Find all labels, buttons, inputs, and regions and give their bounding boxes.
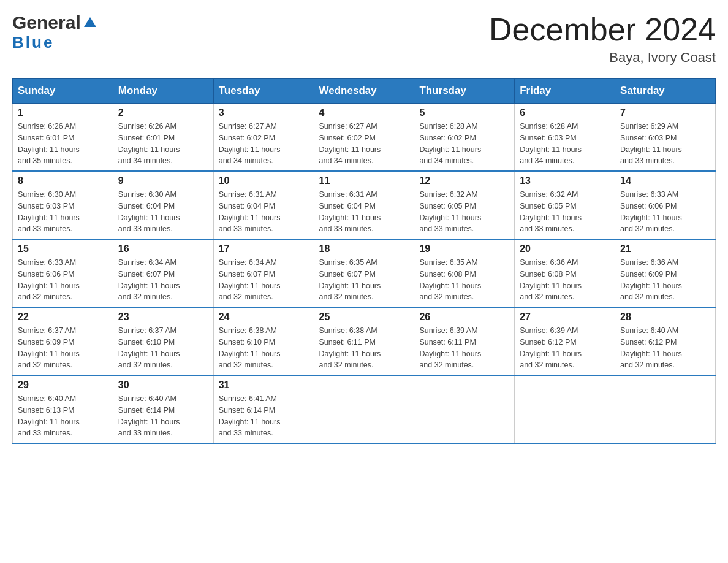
day-info: Sunrise: 6:35 AMSunset: 6:07 PMDaylight:…: [319, 257, 409, 303]
day-number: 1: [18, 107, 108, 118]
day-number: 29: [18, 380, 108, 391]
day-info: Sunrise: 6:26 AMSunset: 6:01 PMDaylight:…: [18, 121, 108, 167]
day-info: Sunrise: 6:35 AMSunset: 6:08 PMDaylight:…: [419, 257, 509, 303]
calendar-cell: 14Sunrise: 6:33 AMSunset: 6:06 PMDayligh…: [615, 171, 716, 239]
calendar-cell: 2Sunrise: 6:26 AMSunset: 6:01 PMDaylight…: [113, 104, 213, 172]
day-info: Sunrise: 6:33 AMSunset: 6:06 PMDaylight:…: [620, 189, 710, 235]
day-number: 5: [419, 107, 509, 118]
calendar-cell: 29Sunrise: 6:40 AMSunset: 6:13 PMDayligh…: [13, 375, 113, 443]
calendar-cell: 24Sunrise: 6:38 AMSunset: 6:10 PMDayligh…: [213, 307, 314, 375]
logo-triangle-icon: [83, 16, 97, 29]
day-info: Sunrise: 6:26 AMSunset: 6:01 PMDaylight:…: [118, 121, 208, 167]
day-number: 9: [118, 175, 208, 186]
day-number: 25: [319, 312, 409, 323]
day-number: 11: [319, 175, 409, 186]
day-info: Sunrise: 6:34 AMSunset: 6:07 PMDaylight:…: [219, 257, 309, 303]
day-number: 4: [319, 107, 409, 118]
month-title: December 2024: [489, 12, 716, 47]
calendar-cell: [615, 375, 716, 443]
calendar-cell: 28Sunrise: 6:40 AMSunset: 6:12 PMDayligh…: [615, 307, 716, 375]
calendar-cell: 17Sunrise: 6:34 AMSunset: 6:07 PMDayligh…: [213, 239, 314, 307]
day-number: 17: [219, 243, 309, 255]
day-info: Sunrise: 6:27 AMSunset: 6:02 PMDaylight:…: [319, 121, 409, 167]
calendar-header: SundayMondayTuesdayWednesdayThursdayFrid…: [13, 79, 716, 104]
day-number: 30: [118, 380, 208, 391]
calendar-cell: 26Sunrise: 6:39 AMSunset: 6:11 PMDayligh…: [414, 307, 515, 375]
day-info: Sunrise: 6:28 AMSunset: 6:02 PMDaylight:…: [419, 121, 509, 167]
header-cell-thursday: Thursday: [414, 79, 515, 104]
day-number: 31: [219, 380, 309, 391]
title-block: December 2024 Baya, Ivory Coast: [489, 12, 716, 66]
calendar-cell: 31Sunrise: 6:41 AMSunset: 6:14 PMDayligh…: [213, 375, 314, 443]
day-number: 26: [419, 312, 509, 323]
day-number: 15: [18, 243, 108, 255]
day-number: 21: [620, 243, 710, 255]
day-number: 16: [118, 243, 208, 255]
day-info: Sunrise: 6:33 AMSunset: 6:06 PMDaylight:…: [18, 257, 108, 303]
calendar-cell: 8Sunrise: 6:30 AMSunset: 6:03 PMDaylight…: [13, 171, 113, 239]
svg-marker-0: [84, 17, 96, 27]
day-info: Sunrise: 6:39 AMSunset: 6:11 PMDaylight:…: [419, 325, 509, 371]
header-cell-monday: Monday: [113, 79, 213, 104]
calendar-table: SundayMondayTuesdayWednesdayThursdayFrid…: [12, 78, 716, 444]
page-header: General Blue December 2024 Baya, Ivory C…: [12, 12, 716, 66]
week-row-1: 1Sunrise: 6:26 AMSunset: 6:01 PMDaylight…: [13, 104, 716, 172]
day-number: 24: [219, 312, 309, 323]
calendar-cell: 23Sunrise: 6:37 AMSunset: 6:10 PMDayligh…: [113, 307, 213, 375]
calendar-cell: 1Sunrise: 6:26 AMSunset: 6:01 PMDaylight…: [13, 104, 113, 172]
day-number: 23: [118, 312, 208, 323]
location-title: Baya, Ivory Coast: [489, 50, 716, 66]
calendar-cell: 13Sunrise: 6:32 AMSunset: 6:05 PMDayligh…: [515, 171, 615, 239]
header-cell-wednesday: Wednesday: [314, 79, 414, 104]
day-number: 22: [18, 312, 108, 323]
day-info: Sunrise: 6:32 AMSunset: 6:05 PMDaylight:…: [520, 189, 610, 235]
day-info: Sunrise: 6:30 AMSunset: 6:03 PMDaylight:…: [18, 189, 108, 235]
day-info: Sunrise: 6:32 AMSunset: 6:05 PMDaylight:…: [419, 189, 509, 235]
calendar-cell: 30Sunrise: 6:40 AMSunset: 6:14 PMDayligh…: [113, 375, 213, 443]
day-info: Sunrise: 6:40 AMSunset: 6:13 PMDaylight:…: [18, 393, 108, 439]
calendar-cell: 19Sunrise: 6:35 AMSunset: 6:08 PMDayligh…: [414, 239, 515, 307]
day-info: Sunrise: 6:36 AMSunset: 6:09 PMDaylight:…: [620, 257, 710, 303]
day-number: 14: [620, 175, 710, 186]
header-cell-sunday: Sunday: [13, 79, 113, 104]
calendar-cell: 4Sunrise: 6:27 AMSunset: 6:02 PMDaylight…: [314, 104, 414, 172]
week-row-2: 8Sunrise: 6:30 AMSunset: 6:03 PMDaylight…: [13, 171, 716, 239]
calendar-body: 1Sunrise: 6:26 AMSunset: 6:01 PMDaylight…: [13, 104, 716, 444]
day-number: 6: [520, 107, 610, 118]
day-number: 8: [18, 175, 108, 186]
calendar-cell: 12Sunrise: 6:32 AMSunset: 6:05 PMDayligh…: [414, 171, 515, 239]
day-number: 20: [520, 243, 610, 255]
day-info: Sunrise: 6:38 AMSunset: 6:11 PMDaylight:…: [319, 325, 409, 371]
calendar-cell: 27Sunrise: 6:39 AMSunset: 6:12 PMDayligh…: [515, 307, 615, 375]
header-cell-friday: Friday: [515, 79, 615, 104]
day-info: Sunrise: 6:31 AMSunset: 6:04 PMDaylight:…: [219, 189, 309, 235]
calendar-cell: [414, 375, 515, 443]
day-info: Sunrise: 6:37 AMSunset: 6:10 PMDaylight:…: [118, 325, 208, 371]
day-info: Sunrise: 6:38 AMSunset: 6:10 PMDaylight:…: [219, 325, 309, 371]
calendar-cell: 22Sunrise: 6:37 AMSunset: 6:09 PMDayligh…: [13, 307, 113, 375]
week-row-4: 22Sunrise: 6:37 AMSunset: 6:09 PMDayligh…: [13, 307, 716, 375]
header-row: SundayMondayTuesdayWednesdayThursdayFrid…: [13, 79, 716, 104]
day-info: Sunrise: 6:36 AMSunset: 6:08 PMDaylight:…: [520, 257, 610, 303]
day-number: 10: [219, 175, 309, 186]
calendar-cell: 7Sunrise: 6:29 AMSunset: 6:03 PMDaylight…: [615, 104, 716, 172]
day-info: Sunrise: 6:40 AMSunset: 6:12 PMDaylight:…: [620, 325, 710, 371]
day-info: Sunrise: 6:29 AMSunset: 6:03 PMDaylight:…: [620, 121, 710, 167]
day-info: Sunrise: 6:31 AMSunset: 6:04 PMDaylight:…: [319, 189, 409, 235]
day-number: 28: [620, 312, 710, 323]
logo-general-text: General: [12, 12, 81, 33]
day-number: 19: [419, 243, 509, 255]
day-info: Sunrise: 6:34 AMSunset: 6:07 PMDaylight:…: [118, 257, 208, 303]
header-cell-tuesday: Tuesday: [213, 79, 314, 104]
day-number: 3: [219, 107, 309, 118]
calendar-cell: 9Sunrise: 6:30 AMSunset: 6:04 PMDaylight…: [113, 171, 213, 239]
calendar-cell: 21Sunrise: 6:36 AMSunset: 6:09 PMDayligh…: [615, 239, 716, 307]
day-number: 7: [620, 107, 710, 118]
calendar-cell: 5Sunrise: 6:28 AMSunset: 6:02 PMDaylight…: [414, 104, 515, 172]
calendar-cell: 15Sunrise: 6:33 AMSunset: 6:06 PMDayligh…: [13, 239, 113, 307]
day-info: Sunrise: 6:41 AMSunset: 6:14 PMDaylight:…: [219, 393, 309, 439]
calendar-cell: [314, 375, 414, 443]
day-info: Sunrise: 6:27 AMSunset: 6:02 PMDaylight:…: [219, 121, 309, 167]
logo-blue-text: Blue: [12, 33, 54, 52]
day-number: 18: [319, 243, 409, 255]
